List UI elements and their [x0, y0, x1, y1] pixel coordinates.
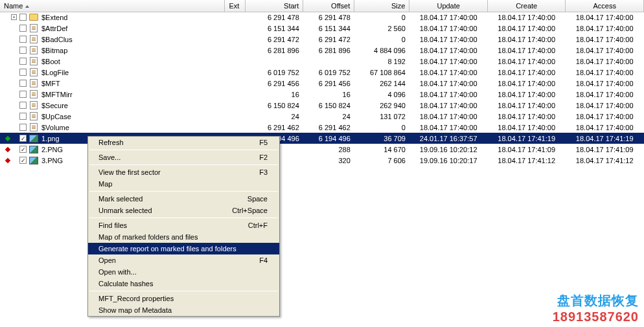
image-icon	[29, 145, 38, 154]
cell-access: 18.04.17 17:40:00	[566, 100, 644, 111]
table-row[interactable]: $Bitmap6 281 8966 281 8964 884 09618.04.…	[0, 45, 644, 56]
cell-update: 18.04.17 17:40:00	[409, 111, 488, 122]
cell-access: 18.04.17 17:40:00	[566, 56, 644, 67]
menu-item[interactable]: Generate report on marked files and fold…	[88, 243, 279, 254]
menu-item[interactable]: MFT_Record properties	[88, 293, 279, 304]
cell-offset: 6 281 896	[303, 45, 354, 56]
table-row[interactable]: $Volume6 291 4626 291 462018.04.17 17:40…	[0, 122, 644, 133]
cell-start: 6 291 478	[246, 12, 303, 23]
cell-start: 6 019 752	[246, 67, 303, 78]
table-row[interactable]: $MFT6 291 4566 291 456262 14418.04.17 17…	[0, 78, 644, 89]
sort-asc-icon	[25, 5, 29, 8]
menu-item[interactable]: Show map of Metadata	[88, 304, 279, 316]
cell-size: 0	[354, 34, 409, 45]
row-checkbox[interactable]	[19, 102, 27, 109]
cell-update: 24.01.17 16:37:57	[409, 133, 488, 144]
cell-start: 24	[246, 111, 303, 122]
cell-update: 18.04.17 17:40:00	[409, 34, 488, 45]
cell-size: 8 192	[354, 56, 409, 67]
cell-update: 18.04.17 17:40:00	[409, 89, 488, 100]
col-access[interactable]: Access	[566, 0, 644, 12]
row-checkbox[interactable]	[19, 157, 27, 164]
table-row[interactable]: $AttrDef6 151 3446 151 3442 56018.04.17 …	[0, 23, 644, 34]
cell-size: 0	[354, 122, 409, 133]
table-row[interactable]: $UpCase2424131 07218.04.17 17:40:0018.04…	[0, 111, 644, 122]
cell-create: 18.04.17 17:40:00	[487, 89, 566, 100]
cell-ext	[225, 111, 246, 122]
col-update[interactable]: Update	[409, 0, 488, 12]
cell-update: 19.09.16 10:20:12	[409, 144, 488, 155]
menu-item[interactable]: Open with...	[88, 266, 279, 278]
row-checkbox[interactable]	[19, 47, 27, 54]
file-icon	[29, 57, 38, 66]
cell-start: 6 291 462	[246, 122, 303, 133]
cell-access: 18.04.17 17:40:00	[566, 122, 644, 133]
table-row[interactable]: $Secure6 150 8246 150 824262 94018.04.17…	[0, 100, 644, 111]
cell-update: 18.04.17 17:40:00	[409, 45, 488, 56]
row-checkbox[interactable]	[19, 36, 27, 43]
col-size[interactable]: Size	[354, 0, 409, 12]
cell-start	[246, 56, 303, 67]
menu-item[interactable]: RefreshF5	[88, 137, 279, 148]
menu-item[interactable]: Map of marked folders and files	[88, 231, 279, 243]
row-checkbox[interactable]	[19, 80, 27, 87]
menu-item-shortcut: Ctrl+F	[248, 221, 268, 229]
cell-ext	[225, 67, 246, 78]
col-name[interactable]: Name	[0, 0, 225, 12]
cell-offset: 6 291 472	[303, 34, 354, 45]
file-name: $UpCase	[41, 113, 71, 120]
table-row[interactable]: $LogFile6 019 7526 019 75267 108 86418.0…	[0, 67, 644, 78]
table-header: Name Ext Start Offset Size Update Create…	[0, 0, 644, 12]
table-row[interactable]: $Boot8 19218.04.17 17:40:0018.04.17 17:4…	[0, 56, 644, 67]
row-checkbox[interactable]	[19, 113, 27, 120]
cell-size: 36 709	[354, 133, 409, 144]
menu-item-label: Save...	[98, 153, 121, 161]
row-marker-icon	[5, 101, 10, 110]
expand-icon[interactable]: +	[11, 14, 17, 20]
menu-item[interactable]: Find filesCtrl+F	[88, 220, 279, 231]
row-checkbox[interactable]	[19, 91, 27, 98]
menu-item-label: Refresh	[98, 139, 124, 146]
menu-item-shortcut: F5	[259, 139, 268, 146]
file-icon	[29, 101, 38, 110]
row-checkbox[interactable]	[19, 25, 27, 32]
row-marker-icon	[5, 79, 10, 88]
cell-size: 4 096	[354, 89, 409, 100]
menu-item-shortcut: Space	[247, 195, 268, 203]
row-checkbox[interactable]	[19, 69, 27, 76]
cell-ext	[225, 12, 246, 23]
table-row[interactable]: +$Extend6 291 4786 291 478018.04.17 17:4…	[0, 12, 644, 23]
table-row[interactable]: $BadClus6 291 4726 291 472018.04.17 17:4…	[0, 34, 644, 45]
file-name: $MFT	[41, 80, 60, 87]
cell-create: 18.04.17 17:40:00	[487, 100, 566, 111]
row-marker-icon	[5, 156, 10, 165]
col-create[interactable]: Create	[487, 0, 566, 12]
table-row[interactable]: $MFTMirr16164 09618.04.17 17:40:0018.04.…	[0, 89, 644, 100]
menu-item[interactable]: Map	[88, 178, 279, 190]
menu-item[interactable]: View the first sectorF3	[88, 166, 279, 178]
row-checkbox[interactable]	[19, 58, 27, 65]
row-checkbox[interactable]	[19, 146, 27, 153]
image-icon	[29, 134, 38, 143]
context-menu[interactable]: RefreshF5Save...F2View the first sectorF…	[87, 136, 280, 317]
row-marker-icon	[5, 57, 10, 66]
menu-item[interactable]: Calculate hashes	[88, 278, 279, 289]
menu-item[interactable]: OpenF4	[88, 254, 279, 266]
cell-create: 18.04.17 17:40:00	[487, 34, 566, 45]
menu-item[interactable]: Unmark selectedCtrl+Space	[88, 205, 279, 216]
file-name: $LogFile	[41, 69, 69, 76]
col-start[interactable]: Start	[246, 0, 303, 12]
row-checkbox[interactable]	[19, 135, 27, 142]
menu-item[interactable]: Mark selectedSpace	[88, 193, 279, 205]
cell-update: 18.04.17 17:40:00	[409, 23, 488, 34]
row-checkbox[interactable]	[19, 124, 27, 131]
col-ext[interactable]: Ext	[225, 0, 246, 12]
file-icon	[29, 46, 38, 55]
cell-access: 18.04.17 17:40:00	[566, 89, 644, 100]
cell-ext	[225, 45, 246, 56]
menu-item[interactable]: Save...F2	[88, 152, 279, 163]
menu-item-label: Mark selected	[98, 195, 143, 203]
row-marker-icon	[5, 123, 10, 132]
col-offset[interactable]: Offset	[303, 0, 354, 12]
row-checkbox[interactable]	[19, 14, 27, 21]
